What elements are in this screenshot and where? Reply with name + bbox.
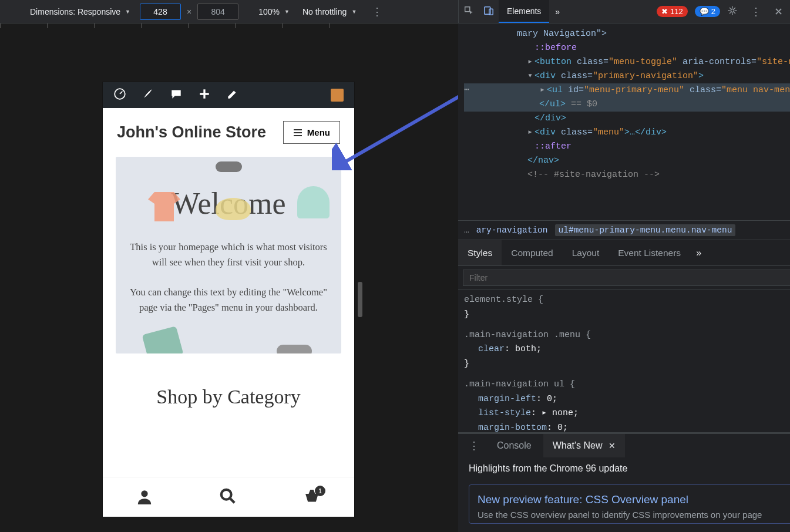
styles-tabstrip: Styles Computed Layout Event Listeners » [458, 240, 790, 266]
whats-new-headline: Highlights from the Chrome 96 update [469, 463, 790, 474]
tabs-overflow-icon[interactable]: » [549, 7, 566, 16]
mobile-bottom-nav: 1 [103, 477, 354, 517]
settings-gear-icon[interactable] [727, 5, 738, 18]
devtools-tabstrip: Elements » ✖ 112 💬 2 ⋮ ✕ [458, 0, 790, 23]
dom-line[interactable]: </div> [464, 112, 790, 126]
tab-event-listeners[interactable]: Event Listeners [609, 240, 690, 265]
shop-by-category-heading: Shop by Category [103, 386, 354, 408]
edit-pencil-icon[interactable] [226, 87, 239, 103]
dom-line-selected[interactable]: </ul> == $0 [464, 97, 790, 112]
customize-brush-icon[interactable] [142, 87, 154, 103]
styles-toolbar: :hov .cls + [458, 266, 790, 289]
dashboard-icon[interactable] [113, 87, 126, 103]
styles-tabs-overflow-icon[interactable]: » [690, 248, 707, 258]
site-title[interactable]: John's Online Store [117, 123, 266, 142]
wp-admin-toolbar[interactable] [103, 82, 354, 108]
inspect-element-icon[interactable] [459, 5, 479, 18]
viewport-ruler [0, 23, 458, 28]
dom-comment[interactable]: <!-- #site-navigation --> [464, 168, 790, 182]
drawer-tab-whats-new[interactable]: What's New✕ [543, 434, 625, 457]
dom-line[interactable]: ▾<div class="primary-navigation"> [464, 69, 790, 83]
account-icon[interactable] [136, 488, 153, 507]
hero-paragraph-2: You can change this text by editing the … [130, 285, 327, 315]
tab-computed[interactable]: Computed [502, 240, 563, 265]
viewport-height-input[interactable] [197, 4, 238, 20]
styles-filter-input[interactable] [463, 270, 790, 286]
tab-styles[interactable]: Styles [458, 240, 502, 265]
close-devtools-icon[interactable]: ✕ [774, 5, 783, 18]
message-count-badge[interactable]: 💬 2 [695, 6, 720, 17]
hero-paragraph-1: This is your homepage which is what most… [130, 240, 327, 270]
dom-pseudo-after[interactable]: ::after [464, 140, 790, 154]
rendered-page: John's Online Store Menu Welcome This is… [103, 82, 354, 517]
site-header: John's Online Store Menu [103, 108, 354, 152]
comments-icon[interactable] [170, 87, 183, 103]
viewport-width-input[interactable] [140, 4, 181, 20]
device-toolbar-more-icon[interactable]: ⋮ [366, 5, 388, 18]
whats-new-card[interactable]: New preview feature: CSS Overview panel … [469, 484, 790, 524]
hamburger-icon [293, 129, 302, 137]
dom-line[interactable]: </nav> [464, 154, 790, 168]
style-rule[interactable]: .main-navigation ul { style.css?ver=3.7.… [464, 378, 790, 432]
drawer-menu-icon[interactable]: ⋮ [463, 439, 485, 452]
dom-line[interactable]: ▸<div class="menu">…</div> [464, 126, 790, 140]
breadcrumb-item-current[interactable]: ul#menu-primary-menu.menu.nav-menu [555, 224, 736, 236]
menu-toggle-button[interactable]: Menu [283, 121, 340, 144]
responsive-viewport-area: John's Online Store Menu Welcome This is… [0, 23, 458, 532]
toggle-device-toolbar-icon[interactable] [479, 5, 499, 18]
styles-rules-panel[interactable]: element.style { } .main-navigation .menu… [458, 289, 790, 432]
tab-elements[interactable]: Elements [499, 0, 549, 23]
drawer-tab-console[interactable]: Console [488, 434, 541, 457]
close-tab-icon[interactable]: ✕ [609, 441, 616, 450]
svg-point-2 [731, 9, 734, 12]
dom-line-selected[interactable]: ⋯▸<ul id="menu-primary-menu" class="menu… [464, 83, 790, 97]
dom-line[interactable]: ▸<button class="menu-toggle" aria-contro… [464, 55, 790, 69]
dimensions-dropdown[interactable]: Dimensions: Responsive [26, 5, 134, 19]
search-icon[interactable] [220, 488, 236, 507]
svg-point-5 [221, 489, 231, 499]
devtools-menu-icon[interactable]: ⋮ [745, 5, 767, 18]
hero-section: Welcome This is your homepage which is w… [116, 157, 341, 353]
style-rule[interactable]: .main-navigation .menu { style.css?ver=3… [464, 328, 790, 372]
viewport-resize-handle[interactable] [358, 282, 362, 317]
breadcrumb-overflow-left-icon[interactable]: … [464, 225, 469, 235]
devtools-drawer: ⋮ Console What's New✕ ✕ Highlights from … [458, 432, 790, 532]
throttling-dropdown[interactable]: No throttling [299, 5, 360, 19]
dom-line[interactable]: mary Navigation"> [464, 27, 790, 41]
cart-icon[interactable]: 1 [303, 488, 321, 507]
add-new-icon[interactable] [198, 87, 211, 103]
cart-count-badge: 1 [315, 486, 325, 496]
dimensions-separator: × [187, 7, 191, 16]
elements-dom-tree[interactable]: mary Navigation"> ::before ▸<button clas… [458, 23, 790, 220]
svg-point-4 [141, 490, 147, 497]
dom-pseudo-before[interactable]: ::before [464, 41, 790, 55]
device-toolbar: Dimensions: Responsive × 100% No throttl… [0, 0, 458, 23]
whats-new-card-body: Use the CSS overview panel to identify C… [478, 510, 790, 520]
style-rule[interactable]: element.style { } [464, 293, 790, 322]
breadcrumb-item[interactable]: ary-navigation [476, 225, 548, 235]
whats-new-card-title: New preview feature: CSS Overview panel [478, 493, 790, 506]
tab-layout[interactable]: Layout [563, 240, 609, 265]
error-count-badge[interactable]: ✖ 112 [657, 6, 688, 17]
user-avatar[interactable] [331, 89, 344, 102]
dom-breadcrumb[interactable]: … ary-navigation ul#menu-primary-menu.me… [458, 220, 790, 240]
zoom-dropdown[interactable]: 100% [255, 5, 293, 19]
